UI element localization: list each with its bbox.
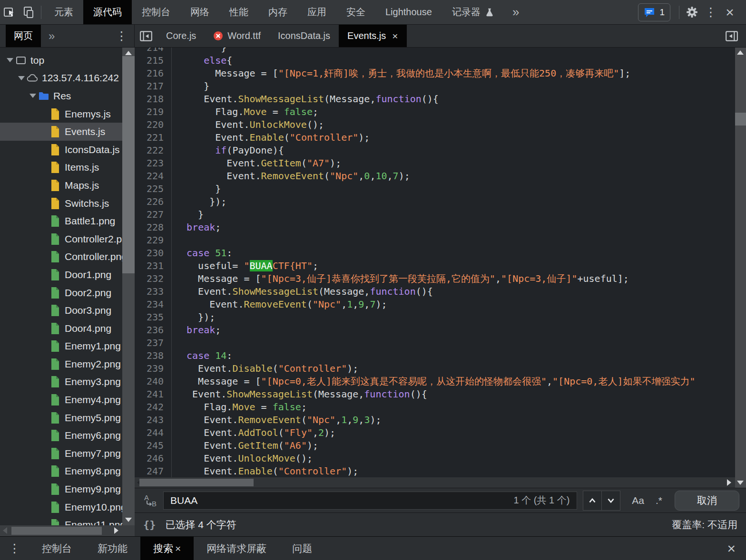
panel-tab-sources[interactable]: 源代码 — [83, 0, 132, 24]
tree-item-Door3.png[interactable]: Door3.png — [0, 301, 135, 319]
scrollbar-thumb[interactable] — [122, 56, 135, 273]
panel-tab-application[interactable]: 应用 — [297, 0, 336, 24]
tree-item-123.57.4.116:242[interactable]: 123.57.4.116:242 — [0, 69, 135, 87]
more-panels-button[interactable]: » — [505, 0, 527, 24]
drawer-tab-whats-new[interactable]: 新功能 — [85, 537, 140, 560]
tree-item-top[interactable]: top — [0, 51, 135, 69]
editor-tab-Events.js[interactable]: Events.js× — [339, 25, 406, 47]
code-text[interactable]: Event.UnlockMove(); — [172, 452, 313, 465]
code-text[interactable]: Message = ["[Npc=3,仙子]恭喜你找到了第一段芙拉隔,它的值为"… — [172, 272, 629, 285]
code-text[interactable]: Event.Disable("Controller"); — [172, 362, 358, 375]
code-text[interactable]: useful= "BUAACTF{HT"; — [172, 260, 318, 272]
line-number[interactable]: 225 — [135, 183, 172, 195]
code-text[interactable]: Event.ShowMessageList(Message,function()… — [172, 93, 439, 106]
tree-item-Enemy9.png[interactable]: Enemy9.png — [0, 480, 135, 498]
close-devtools-button[interactable]: × — [720, 3, 739, 22]
drawer-tab-network-blocking[interactable]: 网络请求屏蔽 — [194, 537, 279, 560]
code-text[interactable]: Event.ShowMessageList(Message,function()… — [172, 285, 433, 298]
scroll-down-arrow[interactable] — [737, 481, 744, 485]
line-number[interactable]: 242 — [135, 401, 172, 414]
scrollbar-thumb[interactable] — [735, 113, 746, 126]
tree-item-Door4.png[interactable]: Door4.png — [0, 319, 135, 338]
tree-item-Controller.png[interactable]: Controller.png — [0, 248, 135, 266]
line-number[interactable]: 227 — [135, 208, 172, 221]
scroll-right-arrow[interactable] — [727, 479, 731, 486]
line-number[interactable]: 234 — [135, 298, 172, 311]
tree-item-Enemy6.png[interactable]: Enemy6.png — [0, 426, 135, 444]
code-text[interactable]: } — [172, 48, 226, 54]
line-number[interactable]: 236 — [135, 324, 172, 337]
code-text[interactable]: else{ — [172, 54, 232, 67]
line-number[interactable]: 224 — [135, 170, 172, 183]
line-number[interactable]: 217 — [135, 80, 172, 93]
code-text[interactable]: }); — [172, 195, 226, 208]
tree-item-Events.js[interactable]: Events.js — [0, 123, 135, 141]
line-number[interactable]: 219 — [135, 106, 172, 118]
code-text[interactable]: Event.Enable("Controller"); — [172, 131, 370, 144]
scroll-up-arrow[interactable] — [125, 51, 132, 55]
cancel-search-button[interactable]: 取消 — [675, 491, 739, 511]
code-text[interactable]: Message = ["[Npc=0,老人]能来到这真是不容易呢，从这开始的怪物… — [172, 375, 695, 388]
code-text[interactable]: } — [172, 183, 221, 195]
line-number[interactable]: 239 — [135, 362, 172, 375]
close-icon[interactable]: × — [175, 543, 181, 554]
tree-item-Controller2.png[interactable]: Controller2.png — [0, 230, 135, 248]
code-text[interactable]: Event.AddTool("Fly",2); — [172, 426, 335, 439]
code-text[interactable] — [172, 337, 181, 349]
code-text[interactable]: break; — [172, 324, 221, 337]
previous-match-button[interactable] — [583, 491, 602, 511]
tree-item-IconsData.js[interactable]: IconsData.js — [0, 141, 135, 159]
tree-item-Enemy8.png[interactable]: Enemy8.png — [0, 463, 135, 481]
line-number[interactable]: 232 — [135, 272, 172, 285]
line-number[interactable]: 230 — [135, 247, 172, 260]
line-number[interactable]: 221 — [135, 131, 172, 144]
code-text[interactable]: Flag.Move = false; — [172, 401, 307, 414]
tree-item-Door2.png[interactable]: Door2.png — [0, 284, 135, 302]
sidebar-horizontal-scrollbar[interactable] — [0, 525, 135, 536]
regex-toggle[interactable]: .* — [656, 495, 662, 506]
editor-tab-Word.ttf[interactable]: Word.ttf — [205, 25, 269, 47]
devtools-menu-button[interactable]: ⋮ — [701, 3, 720, 22]
sidebar-vertical-scrollbar[interactable] — [122, 48, 135, 525]
tree-item-Enemy7.png[interactable]: Enemy7.png — [0, 444, 135, 463]
scroll-up-arrow[interactable] — [737, 50, 744, 55]
panel-tab-console[interactable]: 控制台 — [132, 0, 180, 24]
panel-tab-recorder[interactable]: 记录器 — [442, 0, 505, 24]
code-text[interactable]: case 51: — [172, 247, 232, 260]
code-text[interactable]: Flag.Move = false; — [172, 106, 318, 118]
panel-tab-performance[interactable]: 性能 — [219, 0, 258, 24]
tree-item-Switchs.js[interactable]: Switchs.js — [0, 194, 135, 212]
drawer-tab-search[interactable]: 搜索× — [140, 537, 194, 560]
line-number[interactable]: 247 — [135, 465, 172, 477]
expander-icon[interactable] — [17, 76, 26, 80]
line-number[interactable]: 222 — [135, 144, 172, 157]
line-number[interactable]: 237 — [135, 337, 172, 349]
scroll-down-arrow[interactable] — [125, 518, 132, 522]
tree-item-Enemys.js[interactable]: Enemys.js — [0, 105, 135, 123]
code-text[interactable]: Event.RemoveEvent("Npc",1,9,7); — [172, 298, 387, 311]
drawer-tab-issues[interactable]: 问题 — [279, 537, 325, 560]
expander-icon[interactable] — [6, 58, 14, 62]
code-text[interactable]: Event.Enable("Controller"); — [172, 465, 358, 477]
line-number[interactable]: 243 — [135, 414, 172, 426]
code-text[interactable]: Event.ShowMessageList(Message,function()… — [172, 388, 427, 401]
tree-item-Enemy11.png[interactable]: Enemy11.png — [0, 516, 135, 525]
line-number[interactable]: 231 — [135, 260, 172, 272]
editor-tab-Core.js[interactable]: Core.js — [157, 25, 205, 47]
panel-tab-lighthouse[interactable]: Lighthouse — [375, 0, 442, 24]
tree-item-Enemy4.png[interactable]: Enemy4.png — [0, 391, 135, 409]
tree-item-Enemy2.png[interactable]: Enemy2.png — [0, 355, 135, 373]
settings-button[interactable] — [682, 3, 701, 22]
replace-toggle-button[interactable]: AB — [141, 493, 160, 508]
code-text[interactable]: }); — [172, 311, 215, 324]
tree-item-Enemy3.png[interactable]: Enemy3.png — [0, 373, 135, 391]
hide-navigator-button[interactable] — [135, 25, 157, 47]
editor-horizontal-scrollbar[interactable] — [135, 477, 735, 488]
line-number[interactable]: 214 — [135, 48, 172, 54]
line-number[interactable]: 238 — [135, 349, 172, 362]
line-number[interactable]: 233 — [135, 285, 172, 298]
code-text[interactable]: break; — [172, 221, 221, 234]
code-text[interactable]: Message = ["[Npc=1,奸商]唉，勇士，我做的也是小本生意啊，最低… — [172, 67, 630, 80]
line-number[interactable]: 245 — [135, 439, 172, 452]
pretty-print-button[interactable]: {} — [143, 519, 156, 531]
